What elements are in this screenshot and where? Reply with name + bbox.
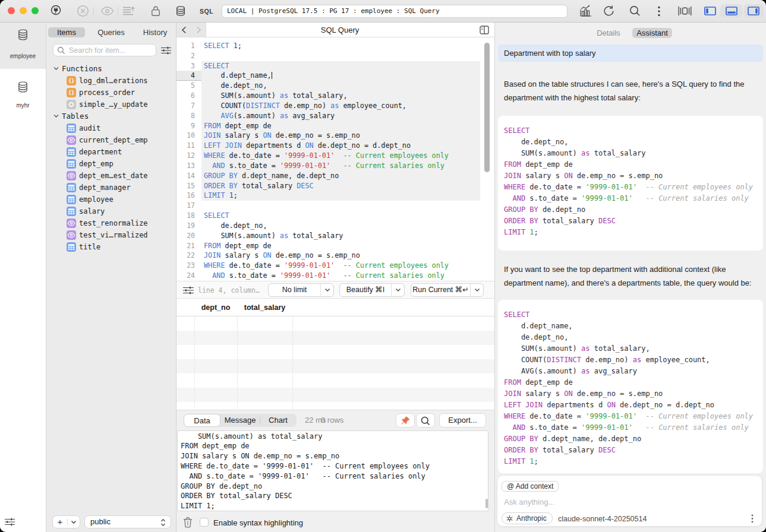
- connection-plug-icon[interactable]: [51, 5, 61, 15]
- assistant-input-card[interactable]: @ Add context Ask anything... Anthropic …: [497, 475, 762, 527]
- sql-editor[interactable]: 1SELECT 1;23SELECT4 d.dept_name,5 de.dep…: [176, 37, 494, 281]
- tree-item[interactable]: {}process_order: [46, 87, 176, 99]
- tree-item[interactable]: dept_em…est_date: [46, 170, 176, 182]
- editor-scrollbar[interactable]: [484, 43, 490, 172]
- limit-dropdown[interactable]: No limit: [268, 283, 334, 297]
- export-button[interactable]: Export...: [439, 413, 486, 428]
- editor-line[interactable]: 15ORDER BY total_salary DESC: [176, 181, 494, 191]
- model-name-label[interactable]: claude-sonnet-4-20250514: [558, 515, 647, 523]
- zoom-window-button[interactable]: [31, 7, 39, 14]
- editor-line[interactable]: 3SELECT: [176, 61, 494, 71]
- tree-item[interactable]: audit: [46, 122, 176, 134]
- tree-item[interactable]: department: [46, 146, 176, 158]
- results-grid[interactable]: dept_no total_salary: [176, 299, 494, 410]
- pin-results-button[interactable]: [396, 413, 415, 428]
- editor-line[interactable]: 16LIMIT 1;: [176, 191, 494, 201]
- editor-line[interactable]: 21FROM dept_emp de: [176, 241, 494, 251]
- toggle-left-sidebar-button[interactable]: [704, 7, 716, 15]
- forward-chevron-icon[interactable]: [196, 26, 201, 34]
- tab-items[interactable]: Items: [48, 27, 85, 37]
- center-layout-icon[interactable]: [678, 6, 692, 16]
- tree-item[interactable]: salary: [46, 205, 176, 217]
- editor-line[interactable]: 4 d.dept_name,: [176, 71, 494, 81]
- tree-section-tables[interactable]: Tables: [46, 110, 176, 122]
- editor-line[interactable]: 12WHERE de.to_date = '9999-01-01' -- Cur…: [176, 151, 494, 161]
- message-scrollbar[interactable]: [486, 499, 488, 508]
- editor-line[interactable]: 8 AVG(s.amount) as avg_salary: [176, 111, 494, 121]
- tab-sql-query[interactable]: SQL Query: [206, 23, 474, 37]
- database-icon[interactable]: [176, 6, 185, 16]
- assistant-conversation-title[interactable]: Department with top salary: [498, 45, 763, 62]
- add-item-split-button[interactable]: +: [52, 515, 80, 528]
- strip-settings-sliders-icon[interactable]: [5, 518, 15, 526]
- preview-eye-icon[interactable]: [100, 6, 114, 16]
- tab-message[interactable]: Message: [220, 414, 260, 427]
- editor-line[interactable]: 11LEFT JOIN departments d ON de.dept_no …: [176, 141, 494, 151]
- editor-line[interactable]: 22JOIN salary s ON de.emp_no = s.emp_no: [176, 251, 494, 261]
- add-item-plus[interactable]: +: [53, 516, 67, 528]
- tree-item[interactable]: test_vi…rmalized: [46, 229, 176, 241]
- editor-line[interactable]: 18SELECT: [176, 211, 494, 221]
- lock-icon[interactable]: [151, 5, 160, 17]
- connection-employee[interactable]: employee: [0, 23, 46, 69]
- more-options-kebab-icon[interactable]: [657, 6, 661, 17]
- editor-line[interactable]: 13 AND s.to_date = '9999-01-01' -- Curre…: [176, 161, 494, 171]
- editor-line[interactable]: 24 AND s.to_date = '9999-01-01' -- Curre…: [176, 271, 494, 281]
- tree-item[interactable]: current_dept_emp: [46, 134, 176, 146]
- tab-data[interactable]: Data: [184, 414, 220, 427]
- toggle-right-panel-button[interactable]: [748, 7, 759, 15]
- tree-item[interactable]: dept_manager: [46, 182, 176, 194]
- ask-input-placeholder[interactable]: Ask anything...: [504, 498, 554, 506]
- window-title-field[interactable]: LOCAL | PostgreSQL 17.5 : PG 17 : employ…: [222, 5, 568, 18]
- chevron-down-icon[interactable]: [71, 520, 77, 524]
- close-window-button[interactable]: [8, 7, 15, 14]
- tab-assistant[interactable]: Assistant: [632, 28, 672, 38]
- add-context-chip[interactable]: @ Add context: [502, 481, 559, 492]
- editor-line[interactable]: 5 de.dept_no,: [176, 81, 494, 91]
- tab-chart[interactable]: Chart: [260, 414, 297, 427]
- log-list-icon[interactable]: [122, 5, 136, 17]
- editor-line[interactable]: 23WHERE de.to_date = '9999-01-01' -- Cur…: [176, 261, 494, 271]
- disconnect-icon[interactable]: [77, 5, 89, 17]
- search-icon[interactable]: [629, 5, 641, 17]
- tree-item[interactable]: employee: [46, 194, 176, 205]
- trash-icon[interactable]: [183, 517, 193, 528]
- tree-item[interactable]: {}log_dml…erations: [46, 75, 176, 87]
- refresh-icon[interactable]: [603, 5, 615, 17]
- toggle-bottom-panel-button[interactable]: [726, 7, 737, 15]
- search-results-button[interactable]: [416, 413, 435, 428]
- tree-item[interactable]: title: [46, 241, 176, 253]
- editor-line[interactable]: 19 de.dept_no,: [176, 221, 494, 231]
- syntax-highlight-checkbox[interactable]: [200, 518, 209, 527]
- sidebar-search-input[interactable]: Search for item...: [53, 44, 156, 56]
- tree-item[interactable]: dept_emp: [46, 158, 176, 170]
- minimize-window-button[interactable]: [20, 7, 27, 14]
- split-editor-icon[interactable]: [480, 26, 489, 34]
- editor-line[interactable]: 17: [176, 201, 494, 211]
- editor-line[interactable]: 14GROUP BY d.dept_name, de.dept_no: [176, 171, 494, 181]
- editor-line[interactable]: 10JOIN salary s ON de.emp_no = s.emp_no: [176, 131, 494, 141]
- run-current-dropdown[interactable]: Run Current ⌘↵: [411, 283, 484, 297]
- model-options-kebab-icon[interactable]: [751, 514, 754, 523]
- message-panel[interactable]: SUM(s.amount) as total_salaryFROM dept_e…: [177, 430, 488, 511]
- provider-chip[interactable]: Anthropic: [502, 512, 553, 524]
- back-chevron-icon[interactable]: [181, 26, 187, 34]
- assistant-code-block-1[interactable]: SELECT de.dept_no, SUM(s.amount) as tota…: [498, 116, 763, 251]
- sidebar-filter-sliders-icon[interactable]: [161, 46, 171, 55]
- tree-item[interactable]: test_renormalize: [46, 217, 176, 229]
- beautify-dropdown[interactable]: Beautify ⌘I: [339, 283, 405, 297]
- column-header-dept-no[interactable]: dept_no: [194, 299, 237, 316]
- tree-section-functions[interactable]: Functions: [46, 63, 176, 75]
- schema-select[interactable]: public: [84, 515, 171, 528]
- statusbar-sliders-icon[interactable]: [183, 286, 194, 294]
- editor-line[interactable]: 7 COUNT(DISTINCT de.emp_no) as employee_…: [176, 101, 494, 111]
- tab-details[interactable]: Details: [588, 28, 629, 38]
- editor-line[interactable]: 9FROM dept_emp de: [176, 121, 494, 131]
- tab-history[interactable]: History: [137, 27, 173, 37]
- editor-line[interactable]: 2: [176, 51, 494, 61]
- assistant-code-block-2[interactable]: SELECT d.dept_name, de.dept_no, SUM(s.am…: [498, 300, 763, 473]
- tree-item[interactable]: simple_…y_update: [46, 99, 176, 110]
- editor-line[interactable]: 20 SUM(s.amount) as total_salary: [176, 231, 494, 241]
- editor-line[interactable]: 1SELECT 1;: [176, 41, 494, 51]
- column-header-total-salary[interactable]: total_salary: [237, 299, 292, 316]
